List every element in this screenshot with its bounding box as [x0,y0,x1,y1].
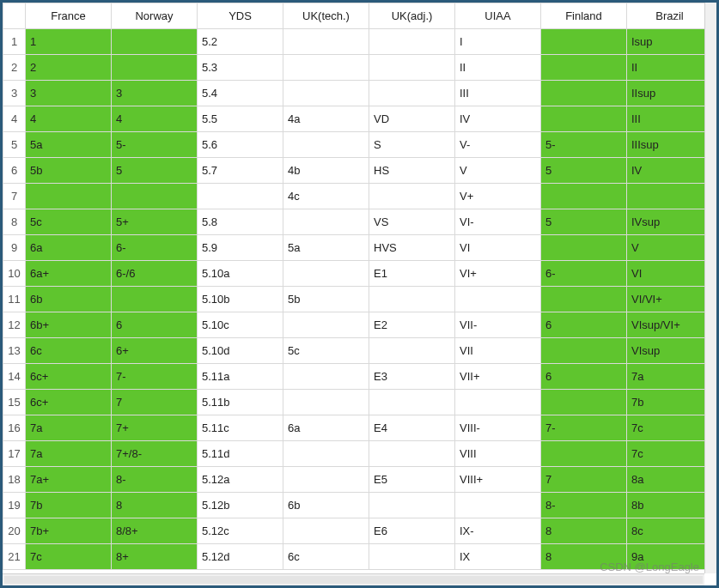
cell-uktech[interactable] [283,55,369,81]
cell-yds[interactable]: 5.11b [198,390,283,415]
cell-ukadj[interactable] [369,55,455,81]
cell-france[interactable]: 6c [26,338,112,364]
cell-uiaa[interactable]: VIII+ [455,467,541,493]
cell-france[interactable]: 7c [26,544,112,570]
cell-finland[interactable] [541,106,627,132]
cell-uktech[interactable] [283,467,369,493]
cell-uiaa[interactable]: III [455,81,541,106]
cell-norway[interactable]: 7- [112,364,198,390]
cell-finland[interactable] [541,287,627,312]
cell-finland[interactable]: 5 [541,158,627,184]
row-number[interactable]: 18 [3,467,26,493]
cell-brazil[interactable]: III [627,106,713,132]
col-header-uktech[interactable]: UK(tech.) [283,3,369,29]
cell-norway[interactable]: 7+ [112,415,198,441]
row-number[interactable]: 16 [3,415,26,441]
horizontal-scrollbar[interactable] [3,573,704,585]
row-number[interactable]: 9 [3,235,26,261]
cell-uktech[interactable]: 5b [283,287,369,312]
cell-uiaa[interactable] [455,390,541,415]
cell-uktech[interactable]: 4b [283,158,369,184]
cell-brazil[interactable]: VIsup [627,338,713,364]
row-number[interactable]: 5 [3,132,26,158]
cell-finland[interactable] [541,235,627,261]
cell-norway[interactable] [112,287,198,312]
row-number[interactable]: 12 [3,312,26,338]
cell-uktech[interactable] [283,209,369,235]
corner-cell[interactable] [3,3,26,29]
cell-ukadj[interactable] [369,81,455,106]
cell-uktech[interactable] [283,364,369,390]
row-number[interactable]: 15 [3,390,26,415]
cell-france[interactable]: 6a+ [26,261,112,287]
row-number[interactable]: 11 [3,287,26,312]
cell-france[interactable]: 5b [26,158,112,184]
col-header-ukadj[interactable]: UK(adj.) [369,3,455,29]
cell-norway[interactable]: 8 [112,493,198,518]
cell-finland[interactable]: 6 [541,364,627,390]
cell-finland[interactable] [541,81,627,106]
cell-uktech[interactable] [283,518,369,544]
row-number[interactable]: 3 [3,81,26,106]
row-number[interactable]: 21 [3,544,26,570]
cell-yds[interactable]: 5.7 [198,158,283,184]
cell-yds[interactable]: 5.12b [198,493,283,518]
cell-brazil[interactable]: IV [627,158,713,184]
cell-uiaa[interactable] [455,493,541,518]
cell-norway[interactable]: 8/8+ [112,518,198,544]
cell-uktech[interactable] [283,81,369,106]
cell-finland[interactable]: 8- [541,493,627,518]
cell-brazil[interactable]: IIsup [627,81,713,106]
cell-brazil[interactable]: 8c [627,518,713,544]
cell-ukadj[interactable]: E6 [369,518,455,544]
cell-france[interactable]: 7b+ [26,518,112,544]
cell-uktech[interactable]: 4c [283,184,369,209]
cell-ukadj[interactable]: E4 [369,415,455,441]
cell-brazil[interactable]: 7b [627,390,713,415]
cell-france[interactable]: 3 [26,81,112,106]
cell-uiaa[interactable]: IX- [455,518,541,544]
cell-brazil[interactable]: VI/VI+ [627,287,713,312]
cell-uktech[interactable] [283,312,369,338]
cell-france[interactable] [26,184,112,209]
cell-brazil[interactable]: 7c [627,441,713,467]
cell-finland[interactable] [541,441,627,467]
cell-france[interactable]: 1 [26,29,112,55]
cell-france[interactable]: 7a+ [26,467,112,493]
cell-france[interactable]: 7a [26,415,112,441]
cell-yds[interactable]: 5.4 [198,81,283,106]
cell-norway[interactable]: 6-/6 [112,261,198,287]
row-number[interactable]: 8 [3,209,26,235]
cell-yds[interactable]: 5.11c [198,415,283,441]
cell-norway[interactable]: 7 [112,390,198,415]
cell-ukadj[interactable]: E2 [369,312,455,338]
cell-uktech[interactable]: 6b [283,493,369,518]
cell-ukadj[interactable] [369,544,455,570]
cell-finland[interactable]: 8 [541,518,627,544]
cell-finland[interactable] [541,184,627,209]
cell-yds[interactable]: 5.10d [198,338,283,364]
cell-france[interactable]: 6b [26,287,112,312]
cell-brazil[interactable]: IIIsup [627,132,713,158]
cell-norway[interactable]: 4 [112,106,198,132]
cell-norway[interactable]: 6+ [112,338,198,364]
cell-ukadj[interactable] [369,287,455,312]
cell-uktech[interactable] [283,261,369,287]
cell-yds[interactable]: 5.12c [198,518,283,544]
cell-uiaa[interactable]: V- [455,132,541,158]
cell-norway[interactable]: 5- [112,132,198,158]
row-number[interactable]: 17 [3,441,26,467]
cell-ukadj[interactable] [369,338,455,364]
cell-yds[interactable]: 5.2 [198,29,283,55]
cell-finland[interactable] [541,29,627,55]
cell-france[interactable]: 6c+ [26,364,112,390]
cell-ukadj[interactable]: VS [369,209,455,235]
cell-brazil[interactable]: VI [627,261,713,287]
cell-finland[interactable]: 6- [541,261,627,287]
cell-yds[interactable]: 5.11d [198,441,283,467]
cell-norway[interactable]: 5+ [112,209,198,235]
cell-yds[interactable]: 5.6 [198,132,283,158]
cell-uiaa[interactable]: V [455,158,541,184]
cell-norway[interactable]: 6- [112,235,198,261]
cell-norway[interactable] [112,29,198,55]
